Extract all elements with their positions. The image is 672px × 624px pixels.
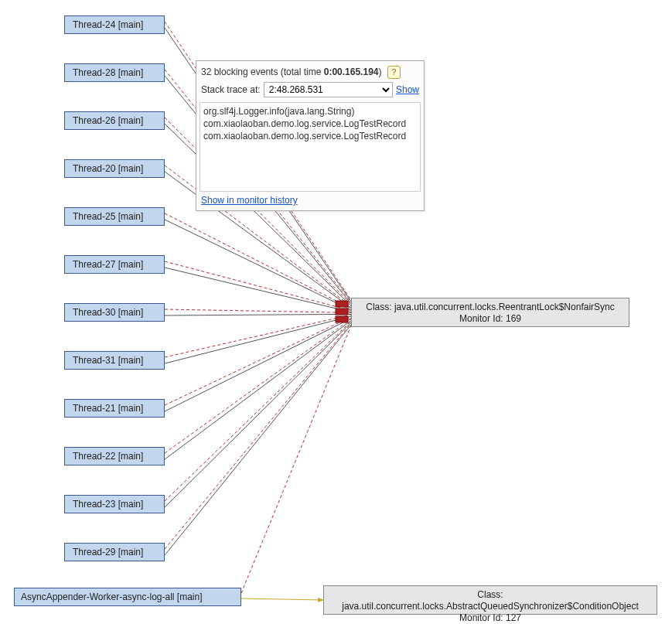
- thread-box[interactable]: Thread-28 [main]: [64, 63, 165, 82]
- popup-title-row: 32 blocking events (total time 0:00.165.…: [200, 64, 421, 80]
- thread-box[interactable]: Thread-26 [main]: [64, 111, 165, 130]
- svg-line-26: [241, 598, 323, 600]
- thread-label: Thread-21 [main]: [73, 403, 143, 414]
- stack-trace-area[interactable]: org.slf4j.Logger.info(java.lang.String) …: [200, 102, 421, 192]
- thread-label: Thread-31 [main]: [73, 355, 143, 366]
- stack-trace-selector-row: Stack trace at: 2:48.268.531 Show: [200, 80, 421, 99]
- svg-line-19: [165, 321, 351, 459]
- show-in-history-link[interactable]: Show in monitor history: [201, 195, 298, 206]
- svg-line-22: [165, 321, 351, 501]
- stack-line: com.xiaolaoban.demo.log.service.LogTestR…: [203, 130, 417, 142]
- popup-footer: Show in monitor history: [200, 192, 421, 207]
- svg-line-24: [165, 323, 351, 549]
- thread-label: Thread-23 [main]: [73, 499, 143, 510]
- monitor-condition-object[interactable]: Class: java.util.concurrent.locks.Abstra…: [323, 585, 657, 615]
- thread-label: Thread-22 [main]: [73, 451, 143, 462]
- thread-label: Thread-25 [main]: [73, 211, 143, 222]
- events-prefix: 32 blocking events (total time: [201, 66, 324, 77]
- thread-label: Thread-29 [main]: [73, 547, 143, 558]
- thread-box[interactable]: Thread-30 [main]: [64, 303, 165, 322]
- thread-label: Thread-27 [main]: [73, 259, 143, 270]
- thread-box[interactable]: Thread-22 [main]: [64, 447, 165, 465]
- monitor-nonfair-sync[interactable]: Class: java.util.concurrent.locks.Reentr…: [351, 298, 629, 327]
- svg-line-13: [165, 314, 351, 315]
- events-suffix: ): [378, 66, 381, 77]
- thread-label: Thread-20 [main]: [73, 163, 143, 174]
- svg-line-25: [241, 326, 351, 593]
- svg-line-14: [165, 309, 351, 312]
- help-icon[interactable]: ?: [387, 66, 401, 79]
- svg-line-17: [165, 319, 351, 411]
- blocking-events-popup: 32 blocking events (total time 0:00.165.…: [196, 60, 425, 211]
- svg-rect-27: [336, 301, 348, 307]
- thread-box[interactable]: Thread-31 [main]: [64, 351, 165, 370]
- thread-label: Thread-26 [main]: [73, 115, 143, 126]
- thread-box[interactable]: Thread-29 [main]: [64, 543, 165, 561]
- svg-line-15: [165, 316, 351, 363]
- thread-box[interactable]: Thread-20 [main]: [64, 159, 165, 178]
- svg-line-12: [165, 261, 351, 311]
- svg-line-11: [165, 268, 351, 312]
- thread-label: Thread-24 [main]: [73, 19, 143, 30]
- monitor-id: Monitor Id: 169: [358, 313, 623, 325]
- stack-line: com.xiaolaoban.demo.log.service.LogTestR…: [203, 118, 417, 130]
- thread-box[interactable]: Thread-25 [main]: [64, 207, 165, 226]
- thread-box[interactable]: Thread-23 [main]: [64, 495, 165, 513]
- stack-line: org.slf4j.Logger.info(java.lang.String): [203, 105, 417, 118]
- thread-label: AsyncAppender-Worker-async-log-all [main…: [21, 592, 203, 602]
- svg-line-9: [165, 220, 351, 310]
- thread-box[interactable]: Thread-21 [main]: [64, 399, 165, 418]
- monitor-class: Class: java.util.concurrent.locks.Abstra…: [330, 589, 650, 612]
- svg-rect-29: [336, 316, 348, 322]
- thread-box[interactable]: Thread-24 [main]: [64, 15, 165, 34]
- async-thread-box[interactable]: AsyncAppender-Worker-async-log-all [main…: [14, 588, 241, 606]
- monitor-class: Class: java.util.concurrent.locks.Reentr…: [358, 302, 623, 313]
- svg-line-20: [165, 319, 351, 453]
- svg-rect-28: [336, 309, 348, 315]
- thread-box[interactable]: Thread-27 [main]: [64, 255, 165, 274]
- svg-line-23: [165, 325, 351, 555]
- svg-line-18: [165, 317, 351, 405]
- show-link[interactable]: Show: [396, 84, 419, 95]
- thread-label: Thread-30 [main]: [73, 307, 143, 318]
- thread-label: Thread-28 [main]: [73, 67, 143, 78]
- stack-time-select[interactable]: 2:48.268.531: [264, 82, 393, 97]
- monitor-id: Monitor Id: 127: [330, 612, 650, 624]
- events-time: 0:00.165.194: [324, 66, 379, 77]
- svg-line-21: [165, 322, 351, 507]
- stack-trace-label: Stack trace at:: [201, 84, 261, 95]
